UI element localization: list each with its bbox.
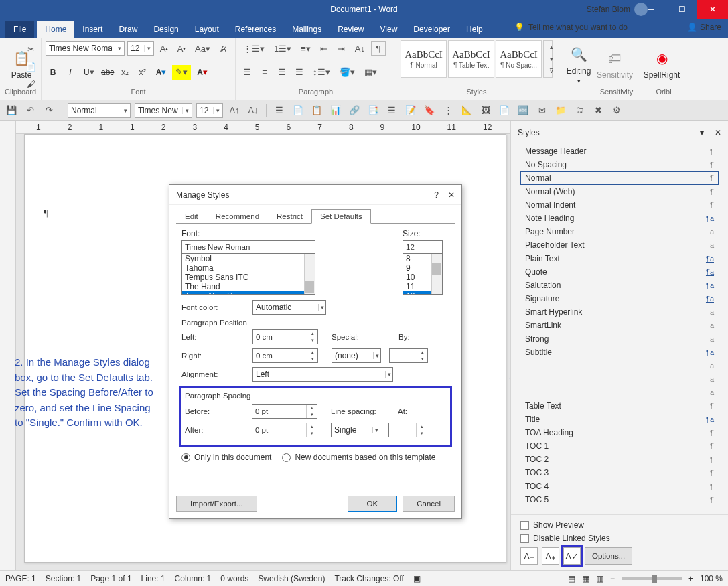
style-list-item[interactable]: a xyxy=(520,386,719,399)
qat-icon[interactable]: 🔖 xyxy=(422,103,437,118)
qat-icon[interactable]: 🔤 xyxy=(516,103,530,118)
status-words[interactable]: 0 words xyxy=(220,574,248,583)
style-list-item[interactable]: TOC 2¶ xyxy=(520,453,719,466)
redo-button[interactable]: ↷ xyxy=(42,103,56,118)
print-layout-icon[interactable]: ▦ xyxy=(582,574,589,583)
font-input[interactable] xyxy=(181,240,315,254)
style-list-item[interactable]: Message Header¶ xyxy=(520,145,719,158)
style-list-item[interactable]: TOA Heading¶ xyxy=(520,426,719,439)
tab-developer[interactable]: Developer xyxy=(405,21,458,38)
grow-font-qat[interactable]: A↑ xyxy=(227,103,242,118)
style-inspector-button[interactable]: A⁎ xyxy=(542,547,559,565)
dialog-tab-set-defaults[interactable]: Set Defaults xyxy=(311,209,371,224)
alignment-select[interactable]: Left▾ xyxy=(252,367,393,382)
qat-icon[interactable]: 📄 xyxy=(291,103,305,118)
before-spinner[interactable]: ▴▾ xyxy=(252,404,317,419)
shrink-font-qat[interactable]: A↓ xyxy=(246,103,261,118)
style-list-item[interactable]: Title¶a xyxy=(520,413,719,426)
cancel-button[interactable]: Cancel xyxy=(403,496,455,512)
dialog-tab-restrict[interactable]: Restrict xyxy=(268,209,311,224)
decrease-indent-button[interactable]: ⇤ xyxy=(317,41,332,56)
scrollbar[interactable] xyxy=(431,254,442,294)
sort-button[interactable]: A↓ xyxy=(352,41,368,56)
special-select[interactable]: (none)▾ xyxy=(332,348,381,363)
qat-icon[interactable]: 🗂 xyxy=(572,103,587,118)
tab-mailings[interactable]: Mailings xyxy=(284,21,330,38)
style-list-item[interactable]: TOC 5¶ xyxy=(520,493,719,506)
change-case-button[interactable]: Aa▾ xyxy=(192,41,214,56)
style-list-item[interactable]: Page Numbera xyxy=(520,225,719,238)
tab-home[interactable]: Home xyxy=(37,21,74,38)
dialog-tab-edit[interactable]: Edit xyxy=(176,209,207,224)
status-column[interactable]: Column: 1 xyxy=(175,574,212,583)
size-combo-qat[interactable]: ▾ xyxy=(196,103,223,118)
align-left-button[interactable]: ☰ xyxy=(240,65,254,80)
tab-insert[interactable]: Insert xyxy=(74,21,111,38)
style-list-item[interactable]: SmartLinka xyxy=(520,319,719,332)
superscript-button[interactable]: x² xyxy=(135,65,150,80)
bullets-button[interactable]: ⋮☰▾ xyxy=(240,41,268,56)
left-spinner[interactable]: ▴▾ xyxy=(252,329,318,344)
borders-button[interactable]: ▦▾ xyxy=(361,65,380,80)
style-list-item[interactable]: No Spacing¶ xyxy=(520,158,719,171)
style-list-item[interactable]: Stronga xyxy=(520,332,719,346)
style-list-item[interactable]: Salutation¶a xyxy=(520,279,719,292)
style-list-item[interactable]: Quote¶a xyxy=(520,265,719,279)
tab-draw[interactable]: Draw xyxy=(111,21,145,38)
size-listbox[interactable]: 8 9 10 11 12 xyxy=(403,253,443,295)
only-this-document-radio[interactable] xyxy=(181,453,190,462)
dialog-close-button[interactable]: ✕ xyxy=(448,190,455,200)
style-list-item[interactable]: Subtitle¶a xyxy=(520,346,719,359)
undo-button[interactable]: ↶ xyxy=(23,103,38,118)
status-section[interactable]: Section: 1 xyxy=(46,574,81,583)
styles-list[interactable]: Message Header¶No Spacing¶Normal¶Normal … xyxy=(511,145,728,514)
style-list-item[interactable]: a xyxy=(520,359,719,372)
size-input[interactable] xyxy=(403,240,443,254)
qat-icon[interactable]: 📋 xyxy=(309,103,324,118)
tab-references[interactable]: References xyxy=(227,21,284,38)
after-spinner[interactable]: ▴▾ xyxy=(252,423,317,437)
multilevel-button[interactable]: ≡▾ xyxy=(297,41,314,56)
bold-button[interactable]: B xyxy=(46,65,60,80)
font-color-button[interactable]: A▾ xyxy=(194,65,211,80)
read-mode-icon[interactable]: ▤ xyxy=(568,574,575,583)
tab-file[interactable]: File xyxy=(5,21,34,38)
qat-icon[interactable]: 🖼 xyxy=(478,103,493,118)
close-window-button[interactable]: ✕ xyxy=(697,0,728,19)
qat-icon[interactable]: 🔗 xyxy=(347,103,362,118)
styles-more-button[interactable]: ⊽ xyxy=(544,65,559,77)
font-combo-qat[interactable]: ▾ xyxy=(135,103,192,118)
new-documents-radio[interactable] xyxy=(282,453,291,462)
options-button[interactable]: Options... xyxy=(585,547,632,565)
pane-close-icon[interactable]: ✕ xyxy=(715,128,721,137)
import-export-button[interactable]: Import/Export... xyxy=(176,496,257,512)
styles-up-button[interactable]: ▴ xyxy=(544,41,559,53)
status-page[interactable]: PAGE: 1 xyxy=(5,574,36,583)
subscript-button[interactable]: x₂ xyxy=(118,65,133,80)
style-list-item[interactable]: Smart Hyperlinka xyxy=(520,305,719,319)
qat-icon[interactable]: 📄 xyxy=(497,103,512,118)
cut-button[interactable]: ✂ xyxy=(23,42,38,56)
shrink-font-button[interactable]: A▾ xyxy=(174,41,189,56)
copy-button[interactable]: 📄 xyxy=(23,59,38,74)
zoom-in-button[interactable]: + xyxy=(688,574,693,583)
editing-button[interactable]: 🔍 Editing▾ xyxy=(561,40,596,88)
italic-button[interactable]: I xyxy=(63,65,78,80)
grow-font-button[interactable]: A▴ xyxy=(157,41,171,56)
increase-indent-button[interactable]: ⇥ xyxy=(334,41,349,56)
style-list-item[interactable]: Placeholder Texta xyxy=(520,238,719,252)
qat-icon[interactable]: ☰ xyxy=(384,103,399,118)
align-right-button[interactable]: ☰ xyxy=(275,65,289,80)
qat-icon[interactable]: ⋮ xyxy=(441,103,455,118)
status-language[interactable]: Swedish (Sweden) xyxy=(258,574,325,583)
qat-icon[interactable]: ☰ xyxy=(272,103,287,118)
font-name-combo[interactable]: ▾ xyxy=(46,41,125,56)
qat-icon[interactable]: 📊 xyxy=(328,103,343,118)
ok-button[interactable]: OK xyxy=(348,496,398,512)
sensitivity-button[interactable]: 🏷 Sensitivity xyxy=(597,40,632,88)
style-list-item[interactable]: Normal (Web)¶ xyxy=(520,185,719,198)
style-list-item[interactable]: a xyxy=(520,372,719,386)
zoom-out-button[interactable]: − xyxy=(610,574,615,583)
style-no-spacing[interactable]: AaBbCcI¶ No Spac... xyxy=(496,40,542,78)
tab-help[interactable]: Help xyxy=(458,21,491,38)
